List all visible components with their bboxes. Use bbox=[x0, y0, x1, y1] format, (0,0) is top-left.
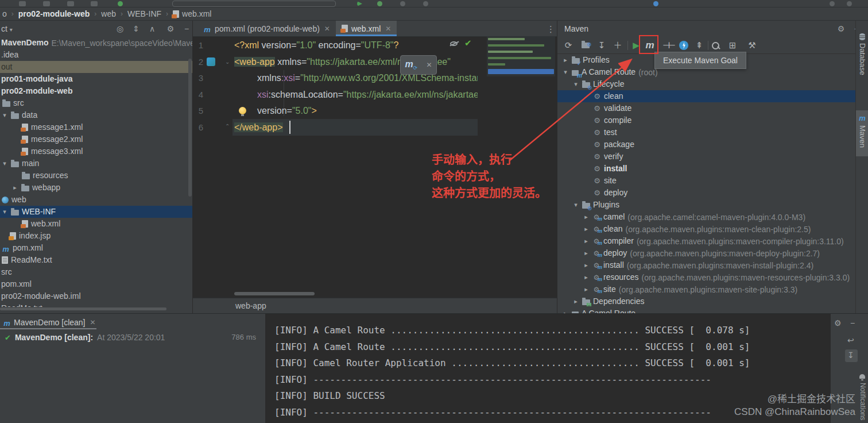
goal-site[interactable]: site bbox=[557, 175, 855, 187]
toggle-offline-icon[interactable] bbox=[679, 41, 688, 50]
goal-test[interactable]: test bbox=[557, 126, 855, 139]
goal-install[interactable]: install bbox=[557, 163, 855, 175]
root-readme[interactable]: ReadMe.txt bbox=[0, 302, 192, 307]
tab-pom-xml[interactable]: pom.xml (pro02-module-web) ✕ bbox=[197, 21, 336, 36]
module-pro02[interactable]: pro02-module-web bbox=[0, 85, 192, 97]
chevron-right-icon[interactable] bbox=[583, 283, 590, 295]
gear-icon[interactable]: ⚙ bbox=[836, 23, 846, 34]
project-horizontal-scrollbar[interactable] bbox=[0, 307, 166, 310]
chevron-right-icon[interactable] bbox=[583, 247, 590, 259]
chevron-down-icon[interactable] bbox=[562, 66, 569, 78]
expand-all-icon[interactable]: ⇕ bbox=[131, 23, 141, 34]
run-icon[interactable] bbox=[357, 1, 362, 6]
soft-wrap-icon[interactable]: ↩ bbox=[847, 336, 854, 345]
chevron-right-icon[interactable] bbox=[583, 223, 590, 235]
plugin-deploy[interactable]: deploy (org.apache.maven.plugins:maven-d… bbox=[557, 247, 855, 259]
download-sources-icon[interactable]: ↧ bbox=[595, 39, 608, 52]
run-configuration-selector[interactable] bbox=[172, 1, 336, 7]
scroll-to-end-icon[interactable]: ↧ bbox=[847, 351, 854, 360]
plugin-compiler[interactable]: compiler (org.apache.maven.plugins:maven… bbox=[557, 235, 855, 247]
chevron-right-icon[interactable] bbox=[583, 271, 590, 283]
hide-panel-icon[interactable]: − bbox=[851, 23, 855, 34]
webapp-folder[interactable]: webapp bbox=[0, 182, 192, 194]
sync-icon[interactable] bbox=[118, 1, 123, 6]
close-icon[interactable]: ✕ bbox=[324, 25, 330, 33]
dependency-diagram-icon[interactable]: ⊞ bbox=[726, 39, 739, 52]
close-icon[interactable]: ✕ bbox=[385, 25, 391, 33]
coverage-icon[interactable] bbox=[400, 1, 405, 6]
maven-plugins[interactable]: Plugins bbox=[557, 199, 855, 211]
chevron-right-icon[interactable] bbox=[562, 307, 569, 313]
code-area[interactable]: <?xml version="1.0" encoding="UTF-8"?<we… bbox=[234, 37, 478, 136]
goal-compile[interactable]: compile bbox=[557, 114, 855, 126]
web-app-gutter-icon[interactable] bbox=[207, 57, 215, 66]
file-pomxml[interactable]: pom.xml bbox=[0, 242, 192, 254]
hide-panel-icon[interactable]: − bbox=[181, 23, 192, 34]
profiler-icon[interactable] bbox=[423, 1, 428, 6]
toolbar-glyph-icon[interactable] bbox=[67, 1, 74, 6]
reload-maven-projects-icon[interactable]: ⟳ bbox=[562, 39, 575, 52]
magnifier-icon[interactable] bbox=[830, 1, 835, 6]
idea-folder[interactable]: .idea bbox=[0, 49, 192, 61]
gear-icon[interactable]: ⚙ bbox=[165, 23, 176, 34]
dependency-analyzer-icon[interactable] bbox=[711, 41, 720, 51]
resources-folder[interactable]: resources bbox=[0, 170, 192, 182]
breadcrumb-item[interactable]: web bbox=[101, 9, 116, 18]
collapse-all-icon[interactable]: ∧ bbox=[147, 23, 157, 34]
chevron-down-icon[interactable] bbox=[1, 157, 8, 170]
toolbar-glyph-icon[interactable] bbox=[19, 1, 26, 6]
file-indexjsp[interactable]: index.jsp bbox=[0, 230, 192, 242]
plugin-site[interactable]: site (org.apache.maven.plugins:maven-sit… bbox=[557, 283, 855, 295]
stripe-button-maven[interactable]: m Maven bbox=[856, 110, 868, 156]
breadcrumb-item[interactable]: web.xml bbox=[182, 9, 211, 18]
toolbar-glyph-icon[interactable] bbox=[43, 1, 50, 6]
chevron-down-icon[interactable] bbox=[572, 199, 579, 211]
chevron-right-icon[interactable] bbox=[572, 295, 579, 307]
chevron-right-icon[interactable] bbox=[583, 211, 590, 223]
maven-reload-popup[interactable]: m ✕ bbox=[400, 55, 437, 75]
root-iml[interactable]: pro02-module-web.iml bbox=[0, 290, 192, 302]
editor-minimap[interactable] bbox=[487, 36, 555, 76]
close-icon[interactable]: ✕ bbox=[426, 61, 432, 69]
maven-project-2[interactable]: A Camel Route bbox=[557, 307, 855, 313]
editor-horizontal-scrollbar[interactable] bbox=[234, 292, 315, 295]
plugin-install[interactable]: install (org.apache.maven.plugins:maven-… bbox=[557, 259, 855, 271]
breadcrumb-item[interactable]: o bbox=[2, 9, 7, 18]
close-icon[interactable]: ✕ bbox=[90, 318, 96, 326]
module-pro01[interactable]: pro01-module-java bbox=[0, 73, 192, 85]
generate-sources-icon[interactable] bbox=[579, 39, 592, 52]
plugin-clean[interactable]: clean (org.apache.maven.plugins:maven-cl… bbox=[557, 223, 855, 235]
highlighting-level-eye-icon[interactable] bbox=[450, 41, 458, 46]
web-folder[interactable]: web bbox=[0, 194, 192, 206]
plugin-camel[interactable]: camel (org.apache.camel:camel-maven-plug… bbox=[557, 211, 855, 223]
breadcrumb-item[interactable]: WEB-INF bbox=[127, 9, 161, 18]
chevron-down-icon[interactable] bbox=[1, 206, 8, 218]
webinf-folder[interactable]: WEB-INF bbox=[0, 206, 192, 218]
chevron-right-icon[interactable] bbox=[583, 259, 590, 271]
notifications-bell-icon[interactable] bbox=[859, 374, 865, 379]
project-view-dropdown[interactable]: ct ▾ bbox=[1, 24, 13, 33]
goal-deploy[interactable]: deploy bbox=[557, 187, 855, 199]
settings-icon[interactable] bbox=[847, 1, 852, 6]
maven-reload-icon[interactable]: m bbox=[405, 59, 418, 71]
editor-options-kebab-icon[interactable]: ⋮ bbox=[547, 24, 555, 34]
toolbar-glyph-icon[interactable] bbox=[91, 1, 98, 6]
gear-icon[interactable]: ⚙ bbox=[834, 318, 842, 328]
maven-settings-wrench-icon[interactable]: ⚒ bbox=[746, 39, 758, 52]
plugin-resources[interactable]: resources (org.apache.maven.plugins:mave… bbox=[557, 271, 855, 283]
intention-bulb-icon[interactable] bbox=[239, 107, 246, 114]
locate-file-icon[interactable]: ◎ bbox=[115, 23, 125, 34]
chevron-right-icon[interactable] bbox=[583, 235, 590, 247]
tab-web-xml[interactable]: web.xml ✕ bbox=[336, 21, 397, 36]
run-status-row[interactable]: ✔ MavenDemo [clean]: At 2023/5/22 20:01 … bbox=[5, 331, 261, 344]
root-pomxml[interactable]: pom.xml bbox=[0, 278, 192, 290]
add-maven-project-icon[interactable]: ＋ bbox=[611, 39, 624, 52]
hide-panel-icon[interactable]: − bbox=[850, 318, 855, 328]
goal-clean[interactable]: clean bbox=[557, 90, 855, 102]
root-src[interactable]: src bbox=[0, 266, 192, 278]
file-readme[interactable]: ReadMe.txt bbox=[0, 254, 192, 266]
file-message3[interactable]: message3.xml bbox=[0, 145, 192, 157]
goal-validate[interactable]: validate bbox=[557, 102, 855, 114]
skip-tests-icon[interactable]: ⊣⊢ bbox=[662, 39, 675, 52]
goal-verify[interactable]: verify bbox=[557, 151, 855, 163]
